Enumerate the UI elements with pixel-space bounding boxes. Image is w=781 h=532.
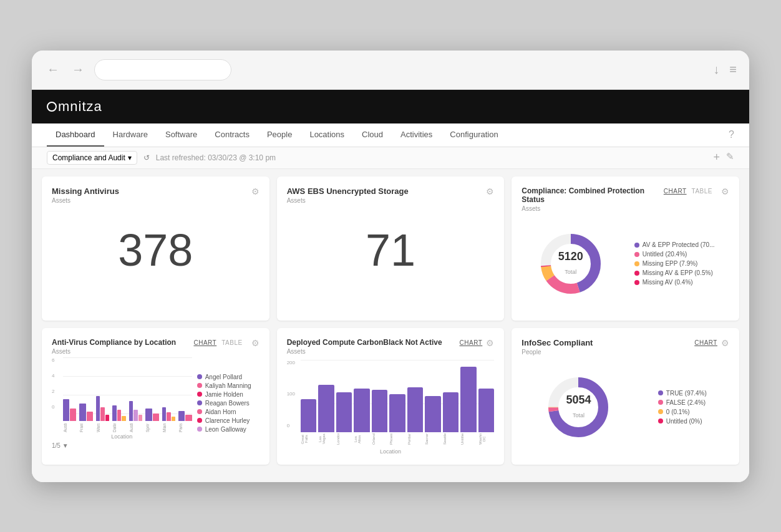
- filter-label: Compliance and Audit: [52, 153, 125, 162]
- infosec-label-1: FALSE (2.4%): [666, 399, 706, 406]
- y-label-200: 200: [287, 360, 295, 365]
- add-widget-icon[interactable]: +: [713, 151, 720, 164]
- refresh-icon[interactable]: ↺: [143, 153, 150, 162]
- deployed-chart-container: 200 100 0: [287, 360, 495, 447]
- d-bar-2: [336, 392, 352, 432]
- card-gear-compliance[interactable]: ⚙: [721, 186, 729, 196]
- av-legend-dot-2: [197, 392, 202, 397]
- compliance-donut: 5120 Total: [536, 230, 605, 298]
- tab-chart-infosec[interactable]: CHART: [694, 339, 717, 346]
- av-legend-label-4: Aidan Horn: [205, 409, 236, 415]
- nav-item-hardware[interactable]: Hardware: [104, 123, 157, 147]
- address-bar[interactable]: [94, 59, 231, 80]
- av-location-tabs: CHART TABLE: [193, 339, 242, 346]
- card-missing-antivirus: Missing Antivirus Assets ⚙ 378: [42, 177, 269, 321]
- card-deployed-compute: Deployed Compute CarbonBlack Not Active …: [277, 328, 505, 465]
- browser-frame: ← → 🔍 ↓ ≡ mnitza Dashboard Hardware Soft…: [32, 51, 749, 482]
- nav-item-configuration[interactable]: Configuration: [441, 123, 507, 147]
- infosec-label-3: Untitled (0%): [666, 418, 702, 425]
- legend-label-0: AV & EPP Protected (70...: [643, 241, 715, 248]
- nav-bar: Dashboard Hardware Software Contracts Pe…: [32, 123, 749, 147]
- av-legend-4: Aidan Horn: [197, 409, 260, 415]
- legend-label-4: Missing AV (0.4%): [643, 279, 693, 286]
- tab-chart-compliance[interactable]: CHART: [664, 188, 687, 195]
- bar-group-3: [112, 405, 125, 421]
- bar-group-1: [79, 404, 92, 421]
- compliance-donut-wrap: 5120 Total AV & EPP Protected (70... Unt…: [521, 217, 729, 311]
- tab-chart-av[interactable]: CHART: [193, 339, 216, 346]
- av-legend-dot-0: [197, 374, 202, 379]
- card-gear-deployed[interactable]: ⚙: [486, 338, 494, 348]
- infosec-legend-0: TRUE (97.4%): [658, 390, 707, 397]
- av-legend-dot-5: [197, 418, 202, 423]
- y-label-100: 100: [287, 391, 295, 397]
- infosec-title-wrap: InfoSec Compliant People: [521, 338, 593, 355]
- forward-button[interactable]: →: [69, 62, 87, 77]
- av-legend-label-2: Jamie Holden: [205, 391, 243, 398]
- legend-dot-2: [634, 261, 639, 266]
- av-bar-relative: 6 4 2 0: [52, 357, 192, 432]
- card-gear-infosec[interactable]: ⚙: [721, 338, 729, 348]
- bar-group-6: [162, 407, 175, 421]
- av-bar-chart-area: 6 4 2 0: [52, 357, 192, 449]
- d-bar-5: [389, 394, 405, 432]
- compliance-tabs: CHART TABLE: [664, 188, 712, 195]
- infosec-donut-wrap: 5054 Total TRUE (97.4%) FALSE (2.4%): [521, 360, 729, 454]
- nav-item-contracts[interactable]: Contracts: [206, 123, 258, 147]
- nav-item-activities[interactable]: Activities: [392, 123, 441, 147]
- nav-item-locations[interactable]: Locations: [301, 123, 353, 147]
- card-header-aws: AWS EBS Unencrypted Storage Assets ⚙: [287, 186, 495, 204]
- download-icon[interactable]: ↓: [713, 62, 719, 77]
- dropdown-chevron: ▾: [128, 153, 132, 162]
- nav-item-software[interactable]: Software: [157, 123, 206, 147]
- nav-item-people[interactable]: People: [258, 123, 301, 147]
- card-gear-antivirus[interactable]: ⚙: [251, 186, 260, 196]
- card-aws-ebs: AWS EBS Unencrypted Storage Assets ⚙ 71: [277, 177, 505, 321]
- av-legend-dot-4: [197, 409, 202, 414]
- card-title-deployed: Deployed Compute CarbonBlack Not Active: [287, 338, 442, 347]
- legend-label-2: Missing EPP (7.9%): [643, 260, 698, 267]
- infosec-label-0: TRUE (97.4%): [666, 390, 707, 397]
- deployed-x-labels: Great Falls Las Vegas London Los Altos O…: [301, 433, 495, 445]
- menu-icon[interactable]: ≡: [729, 62, 737, 77]
- d-bar-6: [407, 387, 424, 432]
- card-gear-av-location[interactable]: ⚙: [251, 338, 260, 348]
- d-bar-4: [372, 390, 388, 432]
- card-gear-aws[interactable]: ⚙: [486, 186, 494, 196]
- infosec-donut: 5054 Total: [544, 373, 613, 442]
- legend-label-1: Untitled (20.4%): [643, 251, 687, 258]
- av-bars-container: [63, 357, 192, 421]
- card-title-infosec: InfoSec Compliant: [521, 338, 593, 347]
- tab-table-compliance[interactable]: TABLE: [692, 188, 712, 195]
- av-pagination[interactable]: 1/5 ▼: [52, 442, 192, 449]
- cards-row-1: Missing Antivirus Assets ⚙ 378 AWS EBS U…: [42, 177, 739, 321]
- legend-dot-3: [634, 271, 639, 276]
- filter-dropdown[interactable]: Compliance and Audit ▾: [47, 151, 137, 165]
- av-legend-label-3: Reagan Bowers: [205, 400, 250, 407]
- nav-item-dashboard[interactable]: Dashboard: [47, 123, 104, 147]
- nav-item-cloud[interactable]: Cloud: [353, 123, 392, 147]
- av-location-chart: 6 4 2 0: [52, 357, 260, 449]
- legend-item-3: Missing AV & EPP (0.5%): [634, 269, 715, 276]
- av-x-labels: Australian Frankfurt Warsaw Dallas Austi…: [63, 422, 192, 432]
- sub-bar-actions: + ✎: [713, 151, 734, 164]
- help-icon[interactable]: ?: [729, 129, 734, 140]
- edit-icon[interactable]: ✎: [726, 151, 734, 164]
- card-header-av-location: Anti-Virus Compliance by Location Assets…: [52, 338, 260, 355]
- av-legend-0: Angel Pollard: [197, 374, 260, 380]
- tab-chart-deployed[interactable]: CHART: [460, 339, 483, 346]
- bar-group-4: [129, 401, 142, 421]
- legend-item-0: AV & EPP Protected (70...: [634, 241, 715, 248]
- card-subtitle-infosec: People: [521, 349, 593, 355]
- tab-table-av[interactable]: TABLE: [221, 339, 242, 346]
- bar-group-2: [96, 396, 109, 421]
- av-legend-3: Reagan Bowers: [197, 400, 260, 407]
- av-location-title-wrap: Anti-Virus Compliance by Location Assets: [52, 338, 176, 355]
- sub-bar: Compliance and Audit ▾ ↺ Last refreshed:…: [32, 147, 749, 169]
- dashboard-content: Missing Antivirus Assets ⚙ 378 AWS EBS U…: [32, 169, 749, 482]
- infosec-legend-1: FALSE (2.4%): [658, 399, 707, 406]
- deployed-header-right: CHART ⚙: [460, 338, 495, 348]
- card-title-wrap: Missing Antivirus Assets: [52, 186, 119, 204]
- compliance-total: 5120 Total: [558, 250, 583, 277]
- back-button[interactable]: ←: [44, 62, 62, 77]
